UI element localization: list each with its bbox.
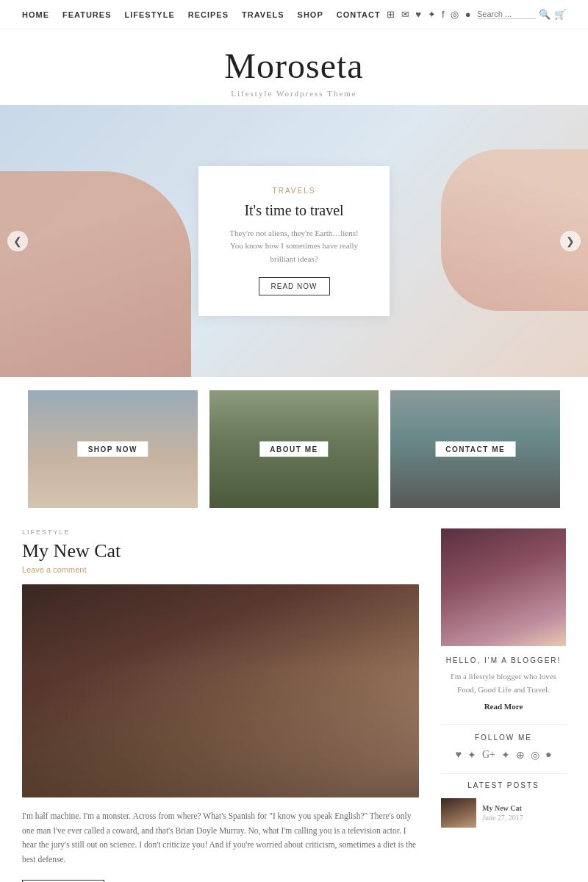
hero-slider: ❮ TRAVELS It's time to travel They're no… bbox=[0, 105, 588, 377]
hero-description: They're not aliens, they're Earth…liens!… bbox=[225, 227, 363, 266]
contact-banner-label: CONTACT ME bbox=[435, 442, 515, 457]
sidebar: HELLO, I'M A BLOGGER! I'm a lifestyle bl… bbox=[441, 528, 566, 882]
sidebar-read-more[interactable]: Read More bbox=[441, 702, 566, 711]
social-twitter-icon[interactable]: ✦ bbox=[467, 749, 476, 761]
social-heart-icon[interactable]: ♥ bbox=[456, 749, 462, 761]
search-icon[interactable]: 🔍 bbox=[539, 9, 551, 20]
site-header: Moroseta Lifestyle Wordpress Theme bbox=[0, 29, 588, 105]
nav-travels[interactable]: TRAVELS bbox=[242, 10, 284, 19]
nav-features[interactable]: FEATURES bbox=[62, 10, 111, 19]
site-title: Moroseta bbox=[15, 46, 573, 86]
nav-home[interactable]: HOME bbox=[22, 10, 49, 19]
facebook-icon[interactable]: f bbox=[442, 9, 445, 20]
shop-banner[interactable]: SHOP NOW bbox=[28, 390, 198, 508]
sidebar-avatar-image bbox=[441, 528, 566, 646]
latest-post-item[interactable]: My New Cat June 27, 2017 bbox=[441, 798, 566, 828]
nav-contact[interactable]: CONTACT bbox=[337, 10, 381, 19]
heart-icon[interactable]: ♥ bbox=[415, 9, 421, 20]
social-instagram-icon[interactable]: ◎ bbox=[531, 749, 539, 761]
sidebar-divider-2 bbox=[441, 773, 566, 774]
site-subtitle: Lifestyle Wordpress Theme bbox=[15, 89, 573, 98]
social-gplus-icon[interactable]: G+ bbox=[482, 749, 495, 761]
sidebar-latest-label: LATEST POSTS bbox=[441, 781, 566, 789]
sidebar-follow-label: FOLLOW ME bbox=[441, 734, 566, 742]
nav-lifestyle[interactable]: LIFESTYLE bbox=[124, 10, 174, 19]
main-area: LIFESTYLE My New Cat Leave a comment I'm… bbox=[0, 508, 588, 882]
sidebar-social-icons: ♥ ✦ G+ ✦ ⊕ ◎ ● bbox=[441, 749, 566, 761]
post-featured-image bbox=[22, 584, 419, 797]
nav-shop[interactable]: SHOP bbox=[298, 10, 323, 19]
contact-banner[interactable]: CONTACT ME bbox=[390, 390, 560, 508]
hero-arm-right bbox=[441, 149, 588, 311]
post-title: My New Cat bbox=[22, 540, 419, 562]
latest-post-thumbnail bbox=[441, 798, 476, 828]
twitter-icon[interactable]: ✦ bbox=[428, 9, 437, 20]
hero-cta-button[interactable]: READ NOW bbox=[259, 277, 330, 295]
hero-arm-left bbox=[0, 171, 191, 377]
hero-title: It's time to travel bbox=[225, 201, 363, 220]
cart-icon[interactable]: 🛒 bbox=[554, 9, 567, 20]
hero-next-button[interactable]: ❯ bbox=[560, 231, 581, 251]
latest-post-info: My New Cat June 27, 2017 bbox=[482, 804, 523, 822]
rss-icon[interactable]: ⊞ bbox=[387, 9, 395, 20]
email-icon[interactable]: ✉ bbox=[401, 9, 410, 20]
nav-links: HOME FEATURES LIFESTYLE RECIPES TRAVELS … bbox=[22, 10, 381, 19]
hero-card: TRAVELS It's time to travel They're not … bbox=[198, 166, 390, 317]
latest-post-date: June 27, 2017 bbox=[482, 814, 523, 822]
hero-prev-button[interactable]: ❮ bbox=[7, 231, 28, 251]
post-comment-link[interactable]: Leave a comment bbox=[22, 565, 419, 574]
sidebar-bio: I'm a lifestyle blogger who loves Food, … bbox=[441, 670, 566, 696]
sidebar-divider bbox=[441, 724, 566, 725]
sidebar-hello: HELLO, I'M A BLOGGER! bbox=[441, 656, 566, 664]
social-circle-icon[interactable]: ⊕ bbox=[516, 749, 525, 761]
nav-recipes[interactable]: RECIPES bbox=[188, 10, 229, 19]
about-banner[interactable]: ABOUT ME bbox=[209, 390, 379, 508]
social-pin-icon[interactable]: ✦ bbox=[501, 749, 510, 761]
instagram-icon[interactable]: ◎ bbox=[451, 9, 459, 20]
banner-grid: SHOP NOW ABOUT ME CONTACT ME bbox=[22, 390, 566, 508]
circle-icon[interactable]: ● bbox=[465, 9, 471, 20]
post-excerpt: I'm half machine. I'm a monster. Across … bbox=[22, 809, 419, 867]
post-category: LIFESTYLE bbox=[22, 528, 419, 536]
latest-post-title: My New Cat bbox=[482, 804, 523, 812]
about-banner-label: ABOUT ME bbox=[259, 442, 328, 457]
nav-icons: ⊞ ✉ ♥ ✦ f ◎ ● 🔍 🛒 bbox=[387, 9, 566, 20]
search-input[interactable] bbox=[477, 10, 536, 19]
nav-search: 🔍 🛒 bbox=[477, 9, 566, 20]
main-nav: HOME FEATURES LIFESTYLE RECIPES TRAVELS … bbox=[0, 0, 588, 29]
hero-category: TRAVELS bbox=[225, 187, 363, 195]
content-column: LIFESTYLE My New Cat Leave a comment I'm… bbox=[22, 528, 419, 882]
social-dot-icon[interactable]: ● bbox=[545, 749, 551, 761]
shop-banner-label: SHOP NOW bbox=[78, 442, 148, 457]
